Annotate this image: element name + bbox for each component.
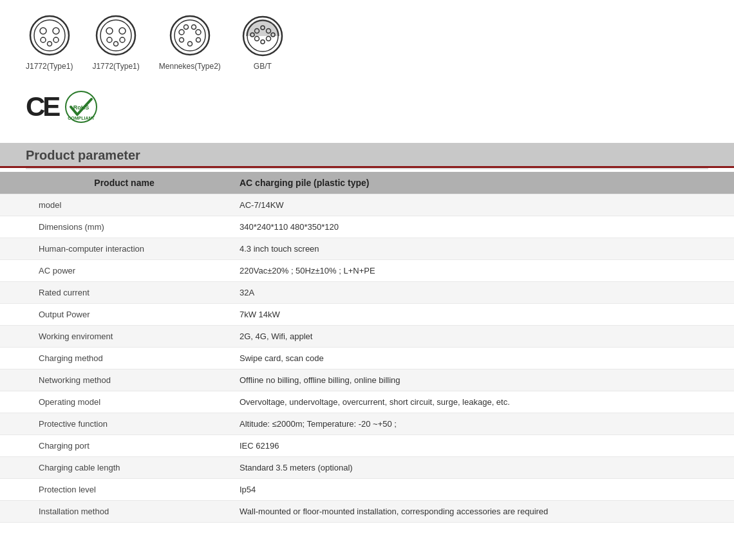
table-row: Human-computer interaction4.3 inch touch…: [0, 238, 734, 260]
row-value: 220Vac±20% ; 50Hz±10% ; L+N+PE: [220, 260, 734, 282]
table-row: Protection levelIp54: [0, 479, 734, 501]
svg-point-7: [97, 16, 135, 55]
header-col1: Product name: [0, 172, 220, 194]
row-value: Swipe card, scan code: [220, 348, 734, 369]
row-label: Dimensions (mm): [0, 216, 220, 238]
row-label: Output Power: [0, 304, 220, 326]
svg-point-19: [196, 38, 200, 42]
svg-point-27: [254, 37, 259, 41]
row-label: Charging method: [0, 348, 220, 369]
svg-point-11: [107, 37, 112, 42]
cert-row: CE COMPLIANT RoHS: [26, 90, 708, 124]
svg-point-17: [196, 30, 201, 35]
rohs-badge: COMPLIANT RoHS: [64, 90, 98, 124]
table-row: Operating modelOvervoltage, undervoltage…: [0, 391, 734, 413]
row-value: 4.3 inch touch screen: [220, 238, 734, 260]
table-row: Output Power7kW 14kW: [0, 304, 734, 326]
svg-point-14: [171, 16, 209, 55]
row-label: Operating model: [0, 391, 220, 413]
row-value: Overvoltage, undervoltage, overcurrent, …: [220, 391, 734, 413]
connector-icon-j1772-2: [93, 13, 138, 58]
table-row: Charging methodSwipe card, scan code: [0, 348, 734, 369]
row-value: AC-7/14KW: [220, 194, 734, 216]
row-value: Ip54: [220, 479, 734, 501]
svg-point-13: [114, 42, 118, 46]
row-value: Altitude: ≤2000m; Temperature: -20 ~+50 …: [220, 413, 734, 435]
svg-point-2: [40, 28, 46, 34]
svg-point-28: [266, 37, 270, 41]
connector-icon-mennekes: [167, 13, 212, 58]
row-label: Charging cable length: [0, 457, 220, 479]
row-value: IEC 62196: [220, 435, 734, 457]
svg-text:RoHS: RoHS: [73, 104, 89, 111]
table-row: Dimensions (mm)340*240*110 480*350*120: [0, 216, 734, 238]
connector-label-j1772-2: J1772(Type1): [92, 62, 139, 71]
ce-logo: CE: [26, 93, 58, 120]
row-label: Networking method: [0, 369, 220, 391]
connector-label-mennekes: Mennekes(Type2): [159, 62, 221, 71]
row-value: 2G, 4G, Wifi, applet: [220, 326, 734, 348]
connector-mennekes: Mennekes(Type2): [159, 13, 221, 71]
svg-point-4: [41, 37, 46, 42]
row-value: 7kW 14kW: [220, 304, 734, 326]
row-label: Human-computer interaction: [0, 238, 220, 260]
svg-point-30: [261, 40, 265, 44]
connector-label-gbt: GB/T: [254, 62, 272, 71]
svg-point-12: [120, 37, 125, 42]
table-row: AC power220Vac±20% ; 50Hz±10% ; L+N+PE: [0, 260, 734, 282]
svg-point-21: [191, 25, 196, 30]
param-section: Product parameter Product name AC chargi…: [0, 143, 734, 523]
param-divider: [26, 168, 708, 169]
row-value: Standard 3.5 meters (optional): [220, 457, 734, 479]
connector-label-j1772-1: J1772(Type1): [26, 62, 73, 71]
row-label: Protection level: [0, 479, 220, 501]
svg-point-10: [119, 28, 126, 34]
svg-point-5: [53, 37, 59, 42]
svg-point-20: [184, 25, 188, 30]
connector-j1772-1: J1772(Type1): [26, 13, 73, 71]
svg-point-9: [106, 28, 113, 34]
row-value: Offline no billing, offline billing, onl…: [220, 369, 734, 391]
param-table: Product name AC charging pile (plastic t…: [0, 172, 734, 523]
table-row: Rated current32A: [0, 282, 734, 304]
row-label: Protective function: [0, 413, 220, 435]
row-label: Charging port: [0, 435, 220, 457]
connector-icon-gbt: [240, 13, 285, 58]
row-label: Rated current: [0, 282, 220, 304]
section-title: Product parameter: [26, 148, 140, 163]
svg-text:COMPLIANT: COMPLIANT: [68, 116, 95, 120]
connector-j1772-2: J1772(Type1): [92, 13, 139, 71]
table-row: Installation methodWall-mounted or floor…: [0, 501, 734, 523]
svg-point-22: [187, 42, 192, 46]
connector-row: J1772(Type1) J1772(Type1): [26, 13, 708, 71]
table-row: Networking methodOffline no billing, off…: [0, 369, 734, 391]
row-label: Installation method: [0, 501, 220, 523]
table-row: Working enviroment2G, 4G, Wifi, applet: [0, 326, 734, 348]
top-section: J1772(Type1) J1772(Type1): [0, 0, 734, 130]
row-value: Wall-mounted or floor-mounted installati…: [220, 501, 734, 523]
svg-point-6: [47, 42, 52, 46]
table-header-row: Product name AC charging pile (plastic t…: [0, 172, 734, 194]
row-value: 340*240*110 480*350*120: [220, 216, 734, 238]
svg-point-3: [53, 28, 59, 34]
connector-gbt: GB/T: [240, 13, 285, 71]
row-label: Working enviroment: [0, 326, 220, 348]
header-col2: AC charging pile (plastic type): [220, 172, 734, 194]
svg-point-18: [179, 38, 184, 42]
svg-point-16: [179, 30, 184, 35]
row-label: AC power: [0, 260, 220, 282]
row-value: 32A: [220, 282, 734, 304]
svg-point-0: [30, 16, 69, 55]
param-header: Product parameter: [0, 143, 734, 168]
row-label: model: [0, 194, 220, 216]
table-row: Charging portIEC 62196: [0, 435, 734, 457]
table-row: Protective functionAltitude: ≤2000m; Tem…: [0, 413, 734, 435]
connector-icon-j1772-1: [27, 13, 72, 58]
table-row: Charging cable lengthStandard 3.5 meters…: [0, 457, 734, 479]
table-row: modelAC-7/14KW: [0, 194, 734, 216]
